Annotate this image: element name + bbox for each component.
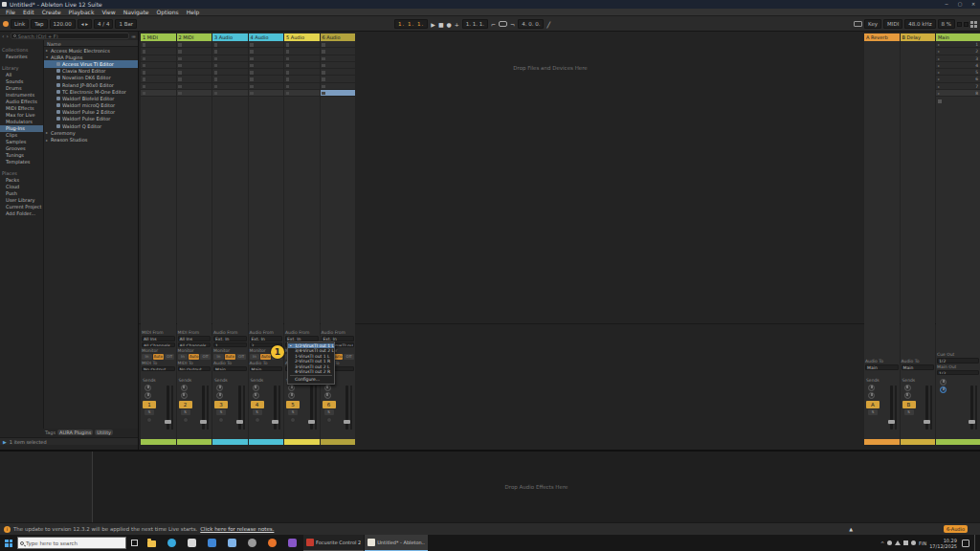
track-6-header[interactable]: 6 Audio bbox=[321, 33, 356, 41]
volume-fader-handle[interactable] bbox=[924, 420, 930, 424]
photos-button[interactable] bbox=[222, 535, 242, 551]
track-color-bar[interactable] bbox=[249, 439, 284, 445]
task-view-button[interactable] bbox=[126, 535, 142, 551]
volume-icon[interactable] bbox=[895, 540, 901, 545]
clip-slot-1[interactable] bbox=[249, 41, 284, 48]
track-color-bar[interactable] bbox=[864, 439, 900, 445]
output-type-chooser[interactable]: Main bbox=[250, 366, 283, 372]
onedrive-icon[interactable] bbox=[887, 540, 892, 545]
link-button[interactable]: Link bbox=[11, 19, 29, 29]
output-type-chooser[interactable]: No Output bbox=[142, 366, 175, 372]
input-channel-chooser[interactable]: All Channels bbox=[178, 342, 212, 348]
scene-slot-3[interactable]: ▸3 bbox=[936, 55, 980, 62]
sidebar-item-instruments[interactable]: Instruments bbox=[0, 92, 43, 99]
track-activator-button[interactable]: 1 bbox=[143, 401, 156, 408]
nudge-buttons[interactable]: ◂ ▸ bbox=[78, 19, 92, 29]
taskbar-clock[interactable]: 10.29 17/12/2025 bbox=[929, 538, 957, 549]
clip-slot-8[interactable] bbox=[284, 90, 320, 97]
clip-slot-2[interactable] bbox=[212, 48, 248, 55]
track-color-bar[interactable] bbox=[936, 439, 980, 445]
taskbar-window-untitled-ableton[interactable]: Untitled* - Ableton... bbox=[365, 535, 428, 551]
track-color-bar[interactable] bbox=[901, 439, 936, 445]
monitor-auto-button[interactable]: Auto bbox=[260, 354, 271, 360]
sidebar-item-drums[interactable]: Drums bbox=[0, 85, 43, 92]
scene-play-icon[interactable]: ▸ bbox=[938, 56, 940, 61]
media-button[interactable] bbox=[282, 535, 302, 551]
scene-slot-7[interactable]: ▸7 bbox=[936, 83, 980, 90]
start-button[interactable] bbox=[0, 535, 17, 551]
release-notes-link[interactable]: Click here for release notes. bbox=[200, 526, 274, 532]
volume-fader-handle[interactable] bbox=[969, 420, 975, 424]
sidebar-item-max-for-live[interactable]: Max for Live bbox=[0, 112, 43, 119]
scene-slot-6[interactable]: ▸6 bbox=[936, 76, 980, 82]
clip-slot-8[interactable] bbox=[321, 90, 356, 97]
monitor-in-button[interactable]: In bbox=[213, 354, 224, 360]
input-type-chooser[interactable]: Ext. In bbox=[250, 336, 283, 342]
show-desktop-button[interactable] bbox=[974, 535, 977, 551]
input-channel-chooser[interactable]: 1 bbox=[213, 342, 247, 348]
arm-button[interactable] bbox=[326, 417, 332, 423]
quantize-menu[interactable]: 1 Bar bbox=[115, 19, 137, 29]
scene-slot-2[interactable]: ▸2 bbox=[936, 48, 980, 55]
arm-button[interactable] bbox=[183, 417, 189, 423]
file-explorer-button[interactable] bbox=[142, 535, 162, 551]
stop-all-clips-button[interactable] bbox=[936, 98, 980, 104]
menu-options[interactable]: Options bbox=[153, 9, 183, 16]
track-activator-button[interactable]: 5 bbox=[286, 401, 300, 408]
sidebar-item-modulators[interactable]: Modulators bbox=[0, 119, 43, 125]
clip-slot-1[interactable] bbox=[177, 41, 212, 48]
send-a-knob[interactable] bbox=[288, 385, 295, 391]
loop-button[interactable] bbox=[499, 21, 507, 27]
send-a-knob[interactable] bbox=[181, 385, 188, 391]
clip-slot-3[interactable] bbox=[177, 55, 212, 62]
solo-button[interactable]: S bbox=[181, 409, 190, 415]
menu-playback[interactable]: Playback bbox=[65, 9, 99, 16]
sidebar-item-audio-effects[interactable]: Audio Effects bbox=[0, 99, 43, 105]
preview-play-icon[interactable]: ▶ bbox=[3, 439, 7, 445]
sidebar-item-samples[interactable]: Samples bbox=[0, 139, 43, 145]
sidebar-item-midi-effects[interactable]: MIDI Effects bbox=[0, 105, 43, 112]
return-activator-button[interactable]: A bbox=[866, 401, 880, 408]
sidebar-item-favorites[interactable]: Favorites bbox=[0, 54, 43, 60]
tray-chevron-icon[interactable]: ^ bbox=[880, 540, 884, 546]
volume-fader-handle[interactable] bbox=[236, 420, 243, 424]
menu-file[interactable]: File bbox=[2, 9, 19, 16]
solo-button[interactable]: S bbox=[145, 409, 154, 415]
sidebar-item-clips[interactable]: Clips bbox=[0, 132, 43, 139]
clip-slot-5[interactable] bbox=[321, 69, 356, 76]
clip-slot-2[interactable] bbox=[321, 48, 356, 55]
track-activator-button[interactable]: 3 bbox=[214, 401, 228, 408]
return-a-header[interactable]: A Reverb bbox=[864, 33, 900, 41]
track-color-bar[interactable] bbox=[177, 439, 212, 445]
return-b-header[interactable]: B Delay bbox=[901, 33, 936, 41]
clip-slot-6[interactable] bbox=[249, 76, 284, 82]
volume-fader-handle[interactable] bbox=[272, 420, 278, 424]
volume-fader-handle[interactable] bbox=[344, 420, 350, 424]
send-b-knob[interactable] bbox=[288, 392, 295, 399]
minimize-button[interactable]: ─ bbox=[940, 0, 953, 9]
clip-slot-1[interactable] bbox=[141, 41, 176, 48]
volume-fader-handle[interactable] bbox=[308, 420, 315, 424]
sidebar-item-all[interactable]: All bbox=[0, 72, 43, 78]
close-button[interactable]: ✕ bbox=[967, 0, 980, 9]
output-type-chooser[interactable]: Main bbox=[865, 364, 899, 370]
browser-item-tc-electronic-m-one-editor[interactable]: TC Electronic M-One Editor bbox=[44, 88, 138, 95]
tap-tempo-button[interactable]: Tap bbox=[31, 19, 47, 29]
browser-item-waldorf-blofeld-editor[interactable]: Waldorf Blofeld Editor bbox=[44, 95, 138, 101]
browser-button[interactable] bbox=[262, 535, 282, 551]
input-channel-chooser[interactable]: All Channels bbox=[142, 342, 175, 348]
sidebar-item-cloud[interactable]: Cloud bbox=[0, 184, 43, 190]
sidebar-item-add-folder[interactable]: Add Folder... bbox=[0, 210, 43, 217]
clip-slot-2[interactable] bbox=[141, 48, 176, 55]
clip-slot-2[interactable] bbox=[284, 48, 320, 55]
browser-item-access-music-electronics[interactable]: ▸Access Music Electronics bbox=[44, 47, 138, 54]
browser-item-waldorf-q-editor[interactable]: Waldorf Q Editor bbox=[44, 122, 138, 129]
scene-play-icon[interactable]: ▸ bbox=[938, 42, 940, 47]
menu-view[interactable]: View bbox=[98, 9, 119, 16]
tag-chip-aura-plugins[interactable]: AURA Plugins bbox=[57, 430, 93, 435]
monitor-off-button[interactable]: Off bbox=[236, 354, 247, 360]
clip-slot-4[interactable] bbox=[284, 62, 320, 69]
track-color-bar[interactable] bbox=[321, 439, 356, 445]
key-map-button[interactable]: Key bbox=[864, 19, 881, 29]
clip-slot-4[interactable] bbox=[249, 62, 284, 69]
